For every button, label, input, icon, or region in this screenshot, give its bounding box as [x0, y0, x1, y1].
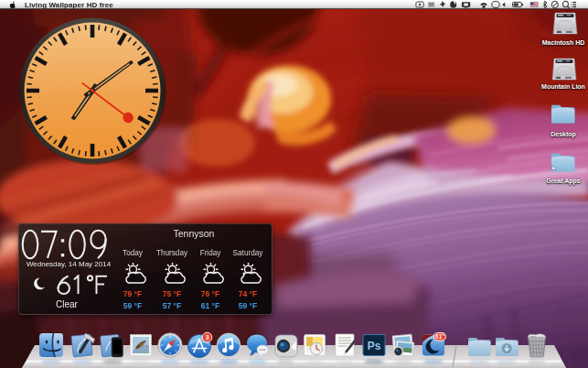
- svg-text:61°: 61°: [435, 333, 444, 340]
- svg-text:3: 3: [205, 333, 208, 341]
- svg-text:Ps: Ps: [368, 340, 381, 352]
